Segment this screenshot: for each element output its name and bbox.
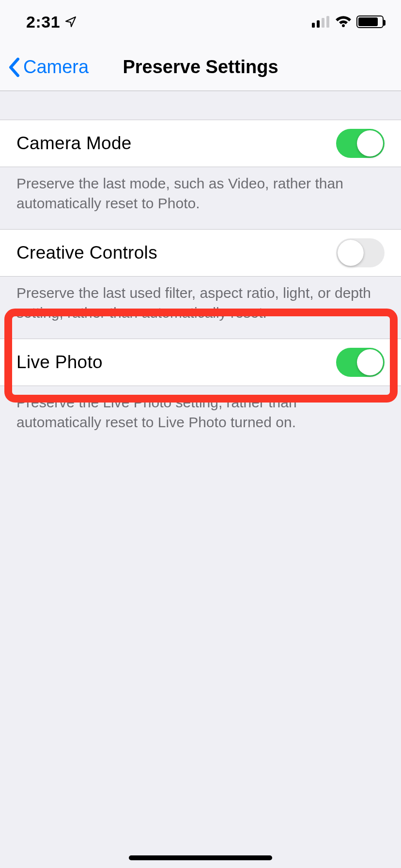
svg-rect-0 (312, 23, 315, 28)
camera-mode-toggle[interactable] (336, 129, 385, 158)
setting-label: Camera Mode (16, 133, 132, 154)
back-button[interactable]: Camera (0, 57, 89, 78)
back-label: Camera (23, 57, 89, 78)
nav-bar: Camera Preserve Settings (0, 44, 401, 91)
chevron-left-icon (8, 58, 20, 77)
live-photo-toggle[interactable] (336, 348, 385, 377)
svg-rect-1 (317, 20, 320, 28)
battery-icon (356, 16, 384, 28)
status-left: 2:31 (26, 13, 77, 31)
svg-rect-3 (326, 16, 329, 28)
status-time: 2:31 (26, 13, 60, 31)
svg-rect-2 (322, 18, 324, 28)
home-indicator[interactable] (129, 855, 272, 860)
setting-label: Creative Controls (16, 243, 157, 263)
creative-controls-toggle[interactable] (336, 238, 385, 267)
setting-description: Preserve the Live Photo setting, rather … (0, 386, 401, 444)
setting-row-camera-mode: Camera Mode (0, 120, 401, 167)
status-right (312, 16, 384, 28)
svg-point-4 (342, 24, 345, 27)
setting-label: Live Photo (16, 352, 103, 372)
wifi-icon (335, 16, 352, 28)
status-bar: 2:31 (0, 0, 401, 44)
setting-row-live-photo: Live Photo (0, 339, 401, 386)
spacer (0, 91, 401, 120)
cellular-signal-icon (312, 16, 330, 28)
setting-description: Preserve the last used filter, aspect ra… (0, 277, 401, 339)
setting-description: Preserve the last mode, such as Video, r… (0, 167, 401, 229)
location-icon (65, 16, 77, 28)
setting-row-creative-controls: Creative Controls (0, 229, 401, 277)
